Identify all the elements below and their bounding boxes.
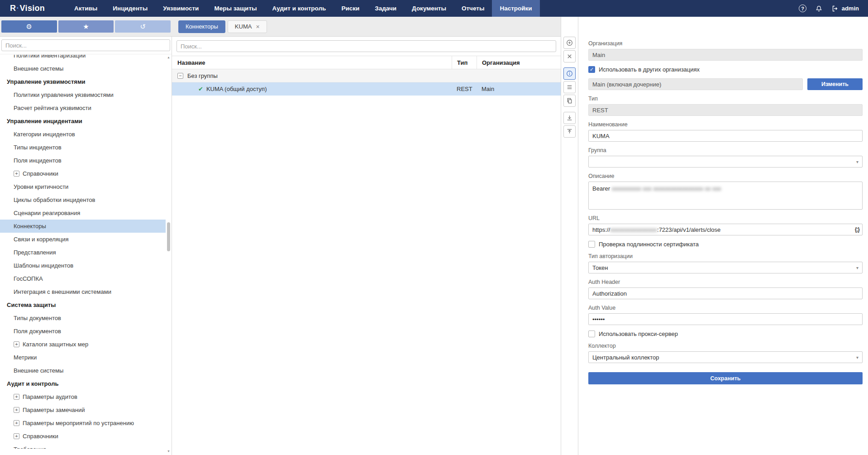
tree-section: Аудит и контроль	[0, 377, 166, 390]
tree-item[interactable]: ГосСОПКА	[0, 272, 166, 285]
main-nav: АктивыИнцидентыУязвимостиМеры защитыАуди…	[67, 0, 540, 17]
cert-checkbox-label: Проверка подлинности сертификата	[599, 241, 699, 248]
save-button[interactable]: Сохранить	[588, 372, 863, 384]
tree-item[interactable]: Циклы обработки инцидентов	[0, 193, 166, 206]
tree-item[interactable]: Политики инвентаризации	[0, 55, 166, 62]
checkbox-unchecked-icon[interactable]	[588, 241, 595, 248]
cert-checkbox-row[interactable]: Проверка подлинности сертификата	[588, 241, 863, 248]
expand-icon[interactable]: +	[14, 171, 19, 177]
tree-item[interactable]: Политики управления уязвимостями	[0, 88, 166, 101]
scrollbar-thumb[interactable]	[167, 222, 170, 251]
expand-icon[interactable]: +	[14, 341, 19, 347]
nav-item-Риски[interactable]: Риски	[334, 0, 367, 17]
tree-item[interactable]: Коннекторы	[0, 220, 166, 233]
checkbox-unchecked-icon[interactable]	[588, 330, 595, 337]
tree-item-label: Уровни критичности	[14, 183, 68, 190]
auth-value-field[interactable]	[588, 313, 863, 325]
tree-item[interactable]: Сценарии реагирования	[0, 206, 166, 220]
tree-item-label: Требования	[14, 446, 46, 449]
tree-item[interactable]: +Каталоги защитных мер	[0, 338, 166, 351]
column-header-type[interactable]: Тип	[452, 56, 477, 69]
sidebar-scrollbar[interactable]: ▲ ▼	[166, 55, 171, 454]
properties-button[interactable]	[563, 81, 576, 93]
group-select[interactable]: ▾	[588, 156, 863, 168]
add-button[interactable]	[563, 37, 576, 49]
copy-button[interactable]	[563, 95, 576, 107]
help-icon[interactable]: ?	[799, 5, 807, 13]
variables-icon[interactable]: {;}	[855, 226, 859, 233]
tree-item[interactable]: Метрики	[0, 351, 166, 364]
nav-item-Уязвимости[interactable]: Уязвимости	[155, 0, 206, 17]
checkbox-checked-icon[interactable]: ✓	[588, 66, 595, 73]
expand-icon[interactable]: +	[14, 420, 19, 426]
expand-icon[interactable]: +	[14, 407, 19, 413]
list-icon	[566, 84, 573, 91]
tree-item[interactable]: Категории инцидентов	[0, 128, 166, 141]
row-type-cell: REST	[452, 86, 477, 92]
auth-type-select[interactable]: Токен ▾	[588, 262, 863, 273]
auth-header-field[interactable]	[588, 287, 863, 299]
nav-item-Меры защиты[interactable]: Меры защиты	[206, 0, 264, 17]
tree-item[interactable]: Типы инцидентов	[0, 141, 166, 154]
tree-item[interactable]: Поля документов	[0, 325, 166, 338]
sidebar-tab-favorites[interactable]: ★	[58, 20, 114, 33]
scroll-up-icon[interactable]: ▲	[166, 55, 171, 60]
column-header-name[interactable]: Название	[172, 56, 452, 69]
collector-select[interactable]: Центральный коллектор ▾	[588, 351, 863, 363]
sidebar-tab-strip: ⚙ ★ ↺	[0, 17, 172, 36]
tree-item[interactable]: Представления	[0, 246, 166, 259]
remove-button[interactable]	[563, 50, 576, 62]
nav-item-Инциденты[interactable]: Инциденты	[105, 0, 155, 17]
collapse-icon[interactable]: −	[177, 73, 183, 79]
tree-item[interactable]: Связи и корреляция	[0, 233, 166, 246]
sidebar-tab-history[interactable]: ↺	[115, 20, 171, 33]
name-field[interactable]	[588, 130, 863, 142]
description-field[interactable]: Bearer xxxxxxxxxx xxx xxxxxxxxxxxxxxxxx …	[588, 182, 863, 210]
url-prefix: https://	[592, 226, 610, 233]
tab-kuma[interactable]: KUMA ×	[228, 20, 267, 33]
group-row[interactable]: − Без группы	[172, 69, 561, 82]
import-button[interactable]	[563, 112, 576, 124]
sidebar-search-input[interactable]	[1, 39, 170, 51]
nav-item-Аудит и контроль[interactable]: Аудит и контроль	[265, 0, 334, 17]
toolbar-group	[563, 112, 576, 138]
nav-item-Задачи[interactable]: Задачи	[367, 0, 404, 17]
nav-item-Документы[interactable]: Документы	[404, 0, 454, 17]
nav-item-Активы[interactable]: Активы	[67, 0, 105, 17]
sidebar-tab-settings[interactable]: ⚙	[1, 20, 57, 33]
change-button[interactable]: Изменить	[807, 78, 863, 90]
tree-item[interactable]: +Параметры аудитов	[0, 390, 166, 403]
list-search-input[interactable]	[176, 40, 556, 52]
tree-item[interactable]: Расчет рейтинга уязвимости	[0, 101, 166, 115]
expand-icon[interactable]: +	[14, 433, 19, 439]
tree-item[interactable]: Шаблоны инцидентов	[0, 259, 166, 272]
tree-item[interactable]: Внешние системы	[0, 62, 166, 75]
notifications-bell-icon[interactable]	[815, 5, 823, 13]
nav-item-Настройки[interactable]: Настройки	[492, 0, 539, 17]
tree-item[interactable]: Интеграция с внешними системами	[0, 285, 166, 298]
expand-icon[interactable]: +	[14, 394, 19, 400]
tree-item[interactable]: Уровни критичности	[0, 180, 166, 193]
tab-connectors[interactable]: Коннекторы	[178, 20, 225, 33]
tree-item[interactable]: +Справочники	[0, 167, 166, 180]
table-row[interactable]: ✔ KUMA (общий доступ) REST Main	[172, 82, 561, 96]
url-field[interactable]: https:// xxxxxxxxxxxxxxxx :7223/api/v1/a…	[588, 224, 863, 235]
column-header-org[interactable]: Организация	[477, 56, 561, 69]
share-checkbox-row[interactable]: ✓ Использовать в других организациях	[588, 66, 863, 73]
export-button[interactable]	[563, 125, 576, 138]
user-menu[interactable]: admin	[831, 5, 859, 12]
tree-item[interactable]: Типы документов	[0, 311, 166, 325]
gear-icon: ⚙	[26, 23, 32, 31]
tree-item[interactable]: +Справочники	[0, 430, 166, 443]
nav-item-Отчеты[interactable]: Отчеты	[454, 0, 492, 17]
proxy-checkbox-row[interactable]: Использовать прокси-сервер	[588, 330, 863, 337]
tree-item[interactable]: +Параметры замечаний	[0, 403, 166, 417]
tree-item[interactable]: Требования	[0, 443, 166, 449]
tree-item[interactable]: +Параметры мероприятий по устранению	[0, 417, 166, 430]
info-button[interactable]	[563, 67, 576, 80]
scroll-down-icon[interactable]: ▼	[166, 449, 171, 454]
list-search	[172, 37, 561, 56]
tree-item[interactable]: Поля инцидентов	[0, 154, 166, 167]
tree-item[interactable]: Внешние системы	[0, 364, 166, 377]
close-tab-icon[interactable]: ×	[256, 24, 259, 30]
